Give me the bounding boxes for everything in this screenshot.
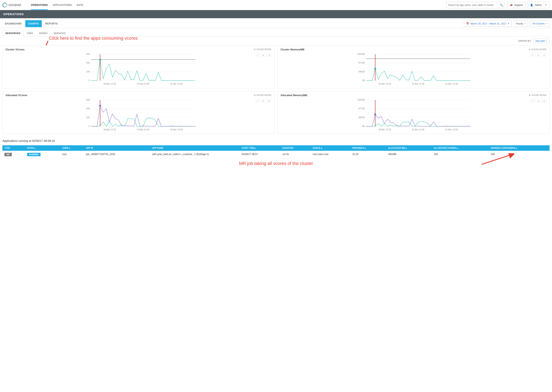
- area-icon: ▲: [536, 53, 541, 57]
- user-icon: 👤: [530, 4, 533, 7]
- svg-text:1465GB: 1465GB: [357, 53, 365, 55]
- chart-cluster-vcores: Cluster VCores⬈ SHOW MORE📈▲📊010020030030…: [2, 45, 275, 88]
- calendar-icon: 📅: [466, 22, 469, 25]
- svg-point-28: [374, 68, 376, 70]
- tab-dashboard[interactable]: DASHBOARD: [2, 20, 24, 27]
- cell-progress: 15.19: [350, 151, 386, 158]
- chart-svg[interactable]: 0B488GB977GB1465GB30 Mar. 11:5331 Mar. 0…: [280, 98, 547, 132]
- svg-point-41: [99, 105, 101, 107]
- type-pill: MR: [4, 153, 12, 156]
- col-user[interactable]: USER◆: [60, 145, 84, 151]
- col-appname[interactable]: APP NAME: [150, 145, 240, 151]
- chart-svg[interactable]: 0B488GB977GB1465GB30 Mar. 11:5331 Mar. 0…: [280, 52, 547, 86]
- search-box[interactable]: 🔍: [446, 2, 505, 8]
- annotation-1: GROUP BY App type ▼ Click here to find t…: [2, 36, 550, 45]
- chart-svg[interactable]: 010020030030 Mar. 11:5331 Mar. 01:4631 M…: [6, 98, 272, 132]
- group-by-value: App type: [535, 39, 545, 42]
- svg-text:488GB: 488GB: [358, 116, 365, 119]
- megaphone-icon: 📣: [510, 4, 513, 7]
- svg-line-55: [482, 154, 512, 164]
- svg-text:31 Mar. 15:40: 31 Mar. 15:40: [445, 128, 458, 131]
- cell-duration: 1m 6s: [280, 151, 310, 158]
- chart-type-toggle[interactable]: 📈▲📊: [255, 98, 272, 103]
- chart-title: Cluster VCores: [6, 48, 24, 51]
- col-allocmb[interactable]: ALLOCATED MB◆: [386, 145, 432, 151]
- col-start[interactable]: START TIME◆: [240, 145, 280, 151]
- chart-allocated-memory: Allocated MemoryMB⬈ SHOW MORE📈▲📊0B488GB9…: [278, 91, 550, 134]
- granularity-dropdown[interactable]: Hourly ▼: [514, 21, 528, 27]
- svg-text:30 Mar. 11:53: 30 Mar. 11:53: [103, 83, 116, 85]
- chart-cluster-memory: Cluster MemoryMB⬈ SHOW MORE📈▲📊0B488GB977…: [278, 45, 550, 88]
- show-more-link[interactable]: ⬈ SHOW MORE: [254, 48, 272, 51]
- chart-svg[interactable]: 010020030030 Mar. 11:5331 Mar. 01:4631 M…: [6, 52, 272, 86]
- subtab-resources[interactable]: RESOURCES: [2, 30, 23, 36]
- line-icon: 📈: [530, 53, 535, 57]
- caret-down-icon: ▼: [545, 4, 547, 6]
- topnav-data[interactable]: DATA: [77, 0, 83, 10]
- cluster-dropdown[interactable]: All Clusters ▼: [530, 21, 550, 27]
- col-appid[interactable]: APP ID: [84, 145, 150, 151]
- annotation-2-text: MR job taking all vcores of the cluster: [239, 161, 313, 166]
- section-title: OPERATIONS: [0, 10, 552, 18]
- show-more-link[interactable]: ⬈ SHOW MORE: [254, 94, 272, 97]
- topnav-operations[interactable]: OPERATIONS: [31, 0, 48, 10]
- svg-text:300: 300: [86, 53, 90, 55]
- svg-point-14: [99, 59, 101, 61]
- search-icon[interactable]: 🔍: [500, 3, 503, 7]
- svg-text:977GB: 977GB: [358, 62, 365, 64]
- caret-down-icon: ▼: [545, 40, 547, 42]
- arrow-icon: [480, 153, 514, 165]
- svg-text:0B: 0B: [362, 79, 365, 82]
- tab-charts[interactable]: CHARTS: [25, 20, 42, 27]
- col-allocvc[interactable]: ALLOCATED VCORES◆: [432, 145, 489, 151]
- chart-title: Cluster MemoryMB: [280, 48, 304, 51]
- granularity-value: Hourly: [516, 22, 523, 25]
- line-icon: 📈: [255, 53, 260, 57]
- admin-menu[interactable]: 👤 Admin ▼: [528, 2, 550, 8]
- cell-start: 03/30/17 08:07: [240, 151, 280, 158]
- area-icon: ▲: [261, 98, 266, 103]
- show-more-link[interactable]: ⬈ SHOW MORE: [529, 94, 546, 97]
- table-header-row: TYPE STATE◆ USER◆ APP ID APP NAME START …: [2, 145, 550, 151]
- cell-appid: job_1489677240733_1029: [84, 151, 150, 158]
- show-more-link[interactable]: ⬈ SHOW MORE: [529, 48, 546, 51]
- chart-type-toggle[interactable]: 📈▲📊: [530, 98, 546, 103]
- apps-heading: Applications running at 03/30/17 08:08:1…: [2, 139, 550, 142]
- subtab-nodes[interactable]: NODES: [36, 30, 51, 36]
- group-by-dropdown[interactable]: App type ▼: [533, 38, 550, 43]
- cell-appname: with year_total as ( select c_custome...…: [150, 151, 240, 158]
- content: RESOURCES JOBS NODES SERVICES GROUP BY A…: [0, 28, 552, 167]
- col-type[interactable]: TYPE: [2, 145, 25, 151]
- topnav-applications[interactable]: APPLICATIONS: [53, 0, 72, 10]
- annotation-2: MR job taking all vcores of the cluster: [2, 159, 550, 167]
- svg-text:30 Mar. 11:53: 30 Mar. 11:53: [378, 83, 391, 85]
- col-state[interactable]: STATE◆: [25, 145, 60, 151]
- col-runcont[interactable]: RUNNING CONTAINERS◆: [489, 145, 550, 151]
- svg-text:0: 0: [88, 125, 90, 127]
- col-duration[interactable]: DURATION: [280, 145, 310, 151]
- subtab-jobs[interactable]: JOBS: [23, 30, 36, 36]
- logo[interactable]: unravel: [2, 3, 21, 7]
- svg-text:31 Mar. 01:46: 31 Mar. 01:46: [412, 83, 424, 85]
- caret-down-icon: ▼: [546, 23, 548, 25]
- chart-type-toggle[interactable]: 📈▲📊: [255, 53, 272, 57]
- support-button[interactable]: 📣 Support: [507, 2, 525, 8]
- cluster-value: All Clusters: [532, 22, 545, 25]
- table-row[interactable]: MR RUNNING root job_1489677240733_1029 w…: [2, 151, 550, 158]
- col-progress[interactable]: PROGRESS◆: [350, 145, 386, 151]
- svg-text:31 Mar. 01:46: 31 Mar. 01:46: [137, 83, 150, 85]
- svg-text:30 Mar. 11:53: 30 Mar. 11:53: [103, 128, 116, 131]
- subtab-services[interactable]: SERVICES: [51, 30, 69, 36]
- search-input[interactable]: [448, 4, 500, 7]
- line-icon: 📈: [530, 98, 535, 103]
- bar-icon: 📊: [266, 53, 272, 57]
- chart-type-toggle[interactable]: 📈▲📊: [530, 53, 546, 57]
- chart-grid: Cluster VCores⬈ SHOW MORE📈▲📊010020030030…: [2, 45, 550, 134]
- date-range-dropdown[interactable]: 📅 March 29, 2017 - March 31, 2017 ▼: [464, 21, 511, 27]
- tab-reports[interactable]: REPORTS: [43, 20, 61, 27]
- top-nav: OPERATIONS APPLICATIONS DATA: [31, 0, 83, 10]
- chart-allocated-vcores: Allocated VCores⬈ SHOW MORE📈▲📊0100200300…: [2, 91, 275, 134]
- logo-text: unravel: [8, 3, 21, 7]
- col-queue[interactable]: QUEUE◆: [310, 145, 350, 151]
- caret-down-icon: ▼: [524, 23, 526, 25]
